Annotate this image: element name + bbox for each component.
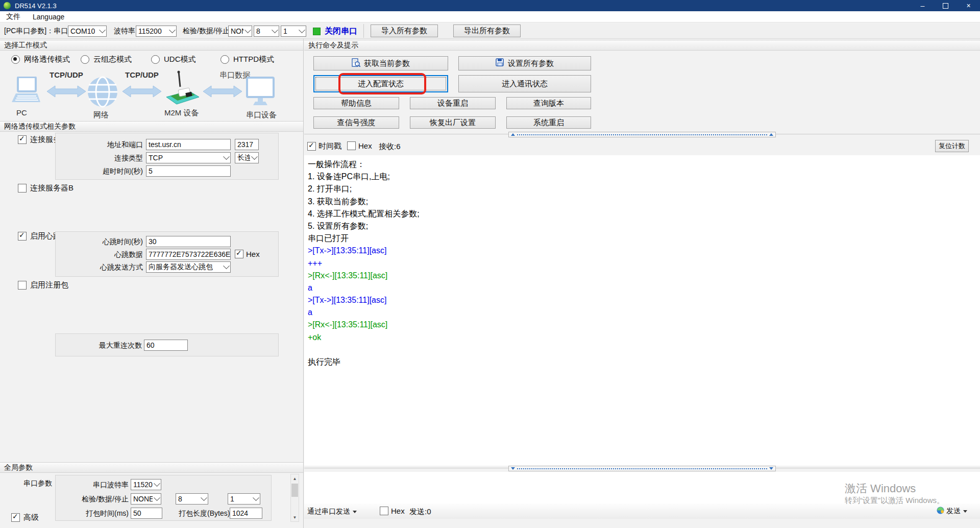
parity-select[interactable]: NONI [228,26,252,37]
chevron-down-icon [272,27,278,33]
mode-option-label: HTTPD模式 [233,55,274,64]
conn-keep-select[interactable]: 长连 [235,152,259,163]
import-all-params-button[interactable]: 导入所有参数 [371,25,438,37]
log-line: 串口已打开 [308,232,980,245]
link1-label: TCP/UDP [50,70,83,79]
serial-device-icon [246,77,275,109]
node3-label: M2M 设备 [164,108,199,118]
close-button[interactable]: × [957,0,980,11]
log-line: 4. 选择工作模式,配置相关参数; [308,208,980,220]
log-line: 1. 设备连PC串口,上电; [308,171,980,183]
hb-hex-checkbox[interactable]: Hex [235,250,260,258]
enter-comm-state-button[interactable]: 进入通讯状态 [458,75,591,92]
hb-time-input[interactable]: 30 [146,236,231,247]
get-current-params-button[interactable]: 获取当前参数 [313,56,448,70]
set-all-params-button[interactable]: 设置所有参数 [458,56,591,70]
stopbits-value: 1 [283,27,287,35]
mode-option-label: UDC模式 [164,55,196,64]
radio-icon [81,55,89,64]
checkbox-checked-icon [235,250,243,258]
splitter-handle[interactable] [508,466,776,471]
baud-select[interactable]: 115200 [136,26,177,37]
send-hex-label: Hex [391,507,405,515]
packtime-input[interactable]: 50 [131,508,162,519]
mode-option-udc[interactable]: UDC模式 [151,55,196,64]
maximize-button[interactable] [934,0,957,11]
log-line: 5. 设置所有参数; [308,220,980,232]
hb-mode-value: 向服务器发送心跳包 [149,262,213,272]
scroll-down-icon[interactable]: ▼ [291,513,299,521]
splitter-dots [517,468,767,469]
mode-option-net-transparent[interactable]: 网络透传模式 [11,55,70,64]
reconnect-label: 最大重连次数 [60,340,142,351]
menu-language[interactable]: Language [27,13,70,21]
close-icon: × [966,2,970,10]
log-output[interactable]: 一般操作流程：1. 设备连PC串口,上电;2. 打开串口;3. 获取当前参数;4… [304,155,980,466]
timeout-input[interactable]: 5 [146,165,231,177]
minimize-button[interactable]: – [911,0,934,11]
g-baud-select[interactable]: 115200 [131,479,161,490]
stopbits-select[interactable]: 1 [281,26,306,37]
com-port-select[interactable]: COM10 [68,26,107,37]
checkbox-checked-icon [11,513,20,522]
g-stopbits-select[interactable]: 1 [228,493,260,505]
export-all-params-button[interactable]: 导出所有参数 [453,25,521,37]
mode-option-cloud[interactable]: 云组态模式 [81,55,132,64]
device-reboot-button[interactable]: 设备重启 [410,97,496,109]
log-hex-checkbox[interactable]: Hex [347,141,372,150]
send-via-serial-dropdown[interactable]: 通过串口发送 [307,507,357,516]
menu-file[interactable]: 文件 [0,12,27,21]
register-checkbox[interactable]: 启用注册包 [18,280,68,290]
scrollbar-thumb[interactable] [291,484,298,497]
save-params-icon [496,58,504,68]
advanced-checkbox[interactable]: 高级 [11,513,39,522]
send-button[interactable]: 发送 [937,507,967,516]
node1-label: PC [16,108,27,117]
hb-hex-label: Hex [246,250,260,258]
timestamp-checkbox[interactable]: 时间戳 [307,141,341,151]
chevron-down-icon [99,27,106,33]
send-icon [937,507,944,516]
databits-select[interactable]: 8 [254,26,279,37]
chevron-down-icon [299,27,305,33]
close-port-button[interactable]: 关闭串口 [313,26,357,37]
system-reboot-button[interactable]: 系统重启 [506,116,591,129]
hb-data-input[interactable]: 7777772E7573722E636E [146,249,231,260]
packlen-input[interactable]: 1024 [230,508,262,519]
mode-option-httpd[interactable]: HTTPD模式 [220,55,274,64]
advanced-label: 高级 [23,513,39,522]
radio-icon [220,55,229,64]
signal-strength-button[interactable]: 查信号强度 [313,116,399,129]
g-parity-select[interactable]: NONE [131,493,161,505]
collapse-up-icon [769,133,773,136]
server-b-checkbox[interactable]: 连接服务器B [18,183,74,193]
splitter-handle[interactable] [508,132,776,137]
serial-params-label: 串口参数 [23,479,52,488]
reset-count-button[interactable]: 复位计数 [935,140,969,152]
send-hex-checkbox[interactable]: Hex [380,507,405,515]
help-info-button[interactable]: 帮助信息 [313,97,399,109]
activate-windows-hint: 转到“设置”以激活 Windows。 [845,496,944,506]
dropdown-caret-icon [963,510,967,513]
server-address-input[interactable]: test.usr.cn [146,139,231,150]
activate-windows-watermark: 激活 Windows [845,481,916,496]
chevron-down-icon [154,480,160,487]
packtime-label: 打包时间(ms) [57,508,129,519]
reconnect-input[interactable]: 60 [144,340,188,351]
g-baud-label: 串口波特率 [57,479,129,490]
log-line [308,344,980,356]
server-port-input[interactable]: 2317 [235,139,259,150]
arrow-icon [122,85,161,100]
work-mode-header: 选择工作模式 [0,40,303,51]
checkbox-icon [18,281,27,290]
hb-mode-select[interactable]: 向服务器发送心跳包 [146,261,231,273]
log-line: >[Rx<-][13:35:11][asc] [308,270,980,282]
log-line: +ok [308,331,980,344]
factory-reset-button[interactable]: 恢复出厂设置 [410,116,496,129]
query-version-button[interactable]: 查询版本 [506,97,591,109]
conn-type-select[interactable]: TCP [146,152,231,163]
network-globe-icon [87,75,118,111]
global-scrollbar[interactable]: ▲ ▼ [290,474,299,522]
g-databits-select[interactable]: 8 [176,493,208,505]
scroll-up-icon[interactable]: ▲ [291,474,299,483]
